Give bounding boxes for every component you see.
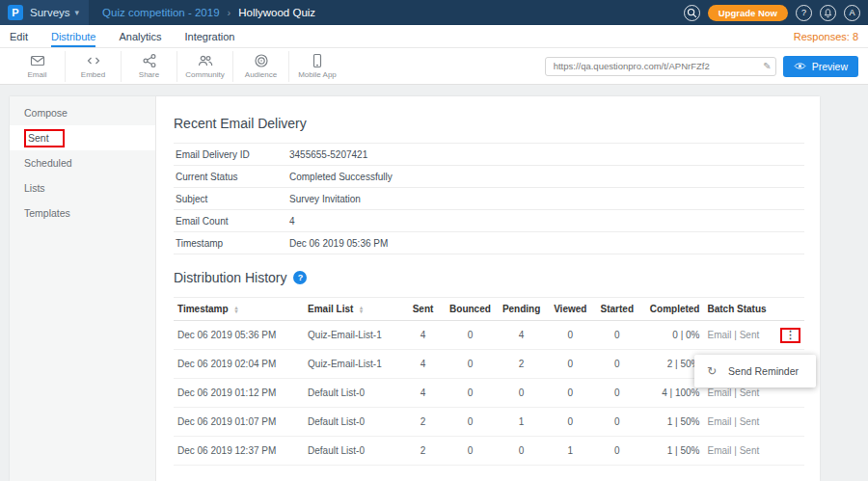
chevron-down-icon: ▾ — [75, 8, 80, 17]
question-icon: ? — [801, 8, 806, 17]
sent-main-panel: Recent Email Delivery Email Delivery ID … — [156, 96, 820, 481]
cell-row-menu: ⋮ — [774, 321, 804, 350]
tool-email[interactable]: Email — [10, 51, 66, 82]
tool-label: Share — [139, 70, 159, 79]
kv-label: Timestamp — [174, 232, 287, 254]
breadcrumb-current: Hollywood Quiz — [238, 7, 315, 18]
tool-label: Email — [27, 70, 46, 79]
kv-row: Timestamp Dec 06 2019 05:36 PM — [174, 232, 804, 254]
cell-timestamp: Dec 06 2019 01:07 PM — [174, 408, 304, 437]
surveys-menu-label: Surveys — [30, 7, 70, 18]
col-label: Timestamp — [177, 304, 229, 314]
sidebar-item-lists[interactable]: Lists — [10, 175, 155, 200]
history-row[interactable]: Dec 06 2019 12:37 PM Default List-0 2 0 … — [174, 437, 804, 466]
history-header-row: Timestamp ▴▾ Email List ▴▾ Sent Bounced … — [174, 298, 804, 321]
edit-url-pencil-icon[interactable]: ✎ — [763, 61, 771, 71]
cell-viewed: 0 — [547, 379, 594, 408]
responses-count[interactable]: Responses: 8 — [794, 25, 858, 47]
send-reminder-icon: ↻ — [707, 364, 717, 378]
eye-icon — [794, 62, 806, 70]
tool-audience[interactable]: Audience — [233, 51, 289, 82]
breadcrumb-separator-icon: › — [228, 7, 231, 18]
help-icon[interactable]: ? — [293, 271, 307, 284]
cell-started: 0 — [594, 408, 641, 437]
mobile-phone-icon — [310, 53, 325, 68]
cell-viewed: 0 — [547, 350, 594, 379]
tab-edit[interactable]: Edit — [10, 25, 28, 47]
topbar-actions: Upgrade Now ? A — [684, 5, 860, 21]
row-menu-kebab-icon[interactable]: ⋮ — [785, 329, 796, 340]
cell-completed: 0 | 0% — [640, 321, 703, 350]
email-icon — [30, 53, 45, 68]
sidebar-item-scheduled[interactable]: Scheduled — [10, 150, 155, 175]
tool-label: Embed — [81, 70, 105, 79]
col-sent: Sent — [401, 298, 444, 321]
questionpro-logo[interactable]: P — [8, 5, 23, 20]
help-button[interactable]: ? — [796, 5, 812, 21]
kv-label: Current Status — [174, 166, 287, 188]
cell-email-list: Default List-0 — [304, 408, 401, 437]
kv-label: Email Delivery ID — [174, 144, 287, 166]
cell-sent: 2 — [401, 408, 444, 437]
sidebar-item-sent[interactable]: Sent — [10, 125, 155, 150]
annotation-box: Sent — [24, 129, 65, 147]
kv-label: Subject — [174, 188, 287, 210]
cell-email-list: Quiz-Email-List-1 — [304, 321, 401, 350]
tool-mobile-app[interactable]: Mobile App — [289, 51, 345, 82]
surveys-menu[interactable]: Surveys ▾ — [30, 7, 79, 18]
cell-sent: 2 — [401, 437, 444, 466]
row-context-menu: ↻ Send Reminder — [694, 355, 816, 387]
cell-timestamp: Dec 06 2019 02:04 PM — [174, 350, 304, 379]
sidebar-item-templates[interactable]: Templates — [10, 200, 155, 226]
cell-started: 0 — [594, 437, 641, 466]
annotation-box: ⋮ — [780, 328, 800, 343]
col-menu — [774, 298, 804, 321]
sort-icon: ▴▾ — [360, 306, 363, 313]
breadcrumb-parent-link[interactable]: Quiz competition - 2019 — [102, 7, 219, 18]
notifications-button[interactable] — [820, 5, 836, 21]
topbar: P Surveys ▾ Quiz competition - 2019 › Ho… — [0, 0, 868, 25]
kv-row: Email Count 4 — [174, 210, 804, 232]
cell-pending: 2 — [496, 350, 547, 379]
sidebar-item-label: Sent — [28, 132, 49, 144]
cell-pending: 1 — [496, 408, 547, 437]
tab-distribute[interactable]: Distribute — [51, 25, 95, 47]
tab-analytics[interactable]: Analytics — [119, 25, 161, 47]
tool-embed[interactable]: Embed — [66, 51, 122, 82]
cell-bounced: 0 — [445, 321, 497, 350]
history-row[interactable]: Dec 06 2019 01:07 PM Default List-0 2 0 … — [174, 408, 804, 437]
survey-url-input[interactable] — [545, 57, 776, 76]
send-reminder-menu-item[interactable]: Send Reminder — [728, 365, 799, 377]
kv-value: 4 — [287, 210, 804, 232]
search-button[interactable] — [684, 5, 700, 21]
cell-bounced: 0 — [445, 437, 497, 466]
tool-label: Mobile App — [298, 70, 337, 79]
cell-email-list: Quiz-Email-List-1 — [304, 350, 401, 379]
cell-sent: 4 — [401, 379, 444, 408]
preview-button[interactable]: Preview — [783, 56, 858, 77]
recent-delivery-title: Recent Email Delivery — [174, 116, 804, 131]
col-started: Started — [594, 298, 641, 321]
cell-sent: 4 — [401, 321, 444, 350]
toolbar-right: ✎ Preview — [545, 56, 858, 77]
survey-url-box: ✎ — [545, 57, 776, 76]
tool-share[interactable]: Share — [122, 51, 177, 82]
cell-sent: 4 — [401, 350, 444, 379]
cell-viewed: 1 — [547, 437, 594, 466]
tool-community[interactable]: Community — [177, 51, 233, 82]
cell-started: 0 — [594, 321, 641, 350]
search-icon — [687, 8, 697, 18]
avatar[interactable]: A — [844, 5, 860, 21]
cell-email-list: Default List-0 — [304, 379, 401, 408]
tab-integration[interactable]: Integration — [184, 25, 234, 47]
col-bounced: Bounced — [445, 298, 497, 321]
kv-row: Current Status Completed Successfully — [174, 166, 804, 188]
sidebar-item-compose[interactable]: Compose — [10, 100, 155, 125]
kv-row: Subject Survey Invitation — [174, 188, 804, 210]
col-email-list[interactable]: Email List ▴▾ — [304, 298, 401, 321]
content-card: Compose Sent Scheduled Lists Templates R… — [10, 96, 820, 481]
col-timestamp[interactable]: Timestamp ▴▾ — [174, 298, 304, 321]
cell-bounced: 0 — [445, 350, 497, 379]
history-row[interactable]: Dec 06 2019 05:36 PM Quiz-Email-List-1 4… — [174, 321, 804, 350]
upgrade-now-button[interactable]: Upgrade Now — [708, 5, 788, 21]
